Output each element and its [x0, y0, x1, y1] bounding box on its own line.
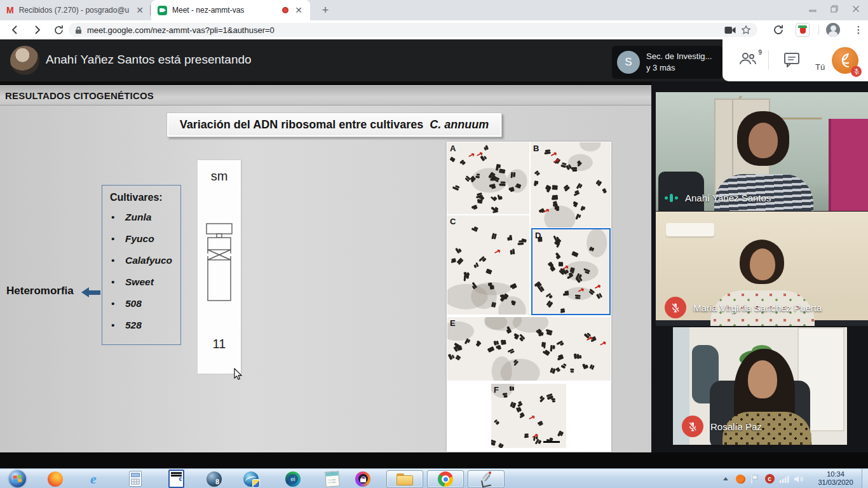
- clock-date: 31/03/2020: [811, 478, 860, 487]
- participant-initial-avatar: S: [617, 51, 640, 74]
- presenting-banner: Anahí Yañez Santos está presentando: [46, 53, 252, 67]
- panel-label: D: [535, 231, 541, 240]
- chromosome-spread-image: [491, 384, 566, 448]
- karyotype-figure: A B C D E: [447, 142, 611, 452]
- windows-taskbar: e c 10:34 31/03/2020: [0, 468, 868, 488]
- slide-title-box: Variación del ADN ribosomal entre cultiv…: [166, 112, 502, 137]
- taskbar-calculator-icon[interactable]: [125, 470, 146, 488]
- taskbar-sphere-app-icon[interactable]: [203, 470, 225, 488]
- tray-volume-icon[interactable]: [792, 473, 805, 485]
- figure-panel-b: B: [531, 142, 611, 227]
- browser-toolbar: meet.google.com/nez-ammt-vas?pli=1&authu…: [0, 20, 868, 39]
- taskbar-ei-app-icon[interactable]: [282, 470, 304, 488]
- taskbar-accounting-app-icon[interactable]: [165, 470, 187, 488]
- figure-panel-e: E: [447, 317, 611, 381]
- taskbar-internet-explorer-icon[interactable]: e: [83, 470, 104, 488]
- figure-panel-f: F: [491, 384, 566, 448]
- taskbar-globe-security-icon[interactable]: [240, 470, 262, 488]
- start-button[interactable]: [6, 470, 28, 488]
- shared-presentation: RESULTADOS CITOGENÉTICOS Variación del A…: [0, 81, 651, 452]
- tray-network-signal-icon[interactable]: [778, 473, 790, 485]
- camera-in-use-icon[interactable]: [724, 26, 736, 34]
- tray-avast-icon[interactable]: [734, 473, 747, 485]
- video-tile-anahi[interactable]: Anahí Yañez Santos: [656, 92, 868, 211]
- cultivars-heading: Cultivares:: [110, 192, 180, 203]
- participant-name: Anahí Yañez Santos: [685, 193, 771, 203]
- address-bar[interactable]: meet.google.com/nez-ammt-vas?pli=1&authu…: [69, 23, 757, 37]
- taskbar-recorder-button[interactable]: [468, 470, 505, 488]
- panel-label: A: [450, 144, 456, 153]
- meet-main-area: RESULTADOS CITOGENÉTICOS Variación del A…: [0, 81, 868, 452]
- taskbar-clock[interactable]: 10:34 31/03/2020: [811, 470, 860, 487]
- close-tab-icon[interactable]: ✕: [294, 5, 304, 15]
- tray-show-hidden-icons[interactable]: [719, 473, 732, 485]
- chromosome-spread-image: [447, 317, 611, 381]
- toolbar-divider: [818, 25, 819, 35]
- sync-icon[interactable]: [771, 22, 786, 37]
- participant-name: Rosalía Paz: [710, 421, 762, 432]
- profile-avatar[interactable]: [826, 23, 840, 37]
- chromosome-ideogram: sm 11: [198, 160, 241, 374]
- participants-count: 9: [758, 49, 762, 56]
- letterbox-strip: [0, 452, 868, 468]
- heteromorphism-label: Heteromorfia: [6, 285, 74, 297]
- slide-surface: RESULTADOS CITOGENÉTICOS Variación del A…: [0, 85, 651, 452]
- panel-label: F: [494, 385, 499, 395]
- panel-label: C: [450, 217, 456, 226]
- mouse-cursor: [234, 368, 243, 381]
- tray-ccleaner-icon[interactable]: c: [763, 473, 776, 485]
- forward-button[interactable]: [29, 22, 44, 37]
- bookmark-star-icon[interactable]: [741, 25, 751, 35]
- cultivar-item: Fyuco: [110, 233, 180, 247]
- participants-filmstrip: Anahí Yañez Santos Maria Virginia Sanche…: [651, 81, 868, 452]
- recording-indicator-icon: [282, 7, 288, 13]
- slide-title-species: C. annuum: [430, 118, 489, 132]
- taskbar-firefox-icon[interactable]: [44, 470, 66, 488]
- tab-title: Recibidos (7.270) - posgrado@u: [19, 6, 130, 15]
- tab-gmail[interactable]: M Recibidos (7.270) - posgrado@u ✕: [0, 0, 151, 20]
- cultivars-box: Cultivares: Zunla Fyuco Calafyuco Sweet …: [102, 185, 181, 345]
- muted-mic-icon: [665, 297, 686, 318]
- tab-separator: [150, 5, 151, 15]
- tab-meet[interactable]: Meet - nez-ammt-vas ✕: [151, 0, 310, 20]
- close-tab-icon[interactable]: ✕: [135, 5, 145, 15]
- slide-title: Variación del ADN ribosomal entre cultiv…: [180, 118, 423, 132]
- meet-header-controls: 9 Tú: [722, 39, 868, 81]
- new-tab-button[interactable]: +: [318, 3, 333, 18]
- ideogram-number-label: 11: [198, 337, 241, 351]
- figure-panel-a: A: [447, 142, 529, 214]
- back-button[interactable]: [8, 22, 23, 37]
- more-participants-pill[interactable]: S Sec. de Investig... y 3 más: [612, 46, 722, 79]
- left-arrow-icon: [81, 287, 100, 297]
- window-restore-button[interactable]: [824, 0, 845, 18]
- taskbar-notepad-icon[interactable]: [322, 470, 343, 488]
- muted-mic-icon: [682, 416, 703, 437]
- cultivar-item: Zunla: [110, 212, 180, 225]
- taskbar-explorer-button[interactable]: [386, 470, 423, 488]
- gmail-icon: M: [6, 5, 14, 15]
- presenter-avatar: [10, 46, 39, 75]
- cultivar-item: Sweet: [110, 276, 180, 290]
- extension-shield-icon[interactable]: [796, 23, 810, 37]
- cultivars-list: Zunla Fyuco Calafyuco Sweet 508 528: [110, 212, 180, 333]
- participant-name: Maria Virginia Sanchez Puerta: [693, 302, 822, 313]
- show-desktop-button[interactable]: [862, 469, 868, 488]
- video-tile-maria[interactable]: Maria Virginia Sanchez Puerta: [656, 212, 868, 326]
- you-label: Tú: [815, 62, 825, 72]
- participants-button[interactable]: 9: [739, 51, 761, 69]
- figure-panel-d-selected: D: [531, 228, 611, 315]
- chat-button[interactable]: [783, 52, 800, 67]
- more-participants-text: Sec. de Investig... y 3 más: [646, 51, 712, 73]
- tray-action-center-flag-icon[interactable]: [749, 473, 761, 485]
- video-tile-rosalia[interactable]: Rosalía Paz: [673, 327, 847, 445]
- meet-icon: [158, 6, 167, 15]
- cultivar-item: 508: [110, 298, 180, 311]
- taskbar-avast-browser-icon[interactable]: [352, 470, 374, 488]
- window-minimize-button[interactable]: [802, 0, 824, 18]
- browser-menu-icon[interactable]: ⋮: [851, 23, 865, 37]
- chromosome-spread-image: [447, 142, 529, 214]
- cultivar-item: Calafyuco: [110, 255, 180, 268]
- window-close-button[interactable]: [845, 0, 867, 18]
- taskbar-chrome-button[interactable]: [427, 470, 464, 488]
- reload-button[interactable]: [51, 22, 66, 37]
